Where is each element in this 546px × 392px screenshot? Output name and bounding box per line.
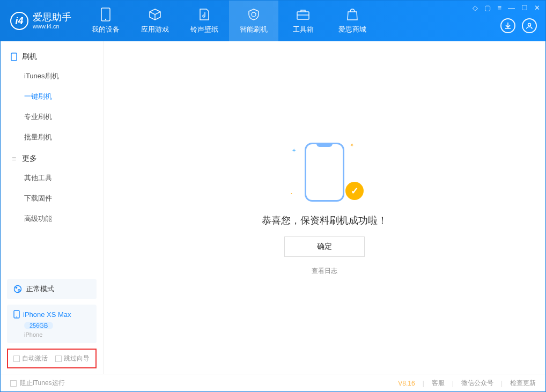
top-tabs: 我的设备 应用游戏 铃声壁纸 智能刷机 工具箱 爱思商城	[81, 1, 377, 41]
svg-point-5	[14, 286, 21, 293]
tab-label: 应用游戏	[141, 25, 169, 34]
svg-point-6	[16, 287, 18, 289]
confirm-button[interactable]: 确定	[284, 236, 365, 257]
sidebar: 刷机 iTunes刷机 一键刷机 专业刷机 批量刷机 ≡ 更多 其他工具 下载固…	[1, 41, 104, 374]
svg-point-1	[105, 19, 106, 20]
minimize-button[interactable]: —	[508, 4, 515, 12]
phone-small-icon	[10, 53, 18, 61]
success-check-badge: ✓	[345, 182, 364, 200]
feedback-icon[interactable]: ▢	[484, 4, 491, 12]
svg-point-9	[16, 316, 17, 317]
download-button[interactable]	[500, 18, 515, 33]
sidebar-item-advanced[interactable]: 高级功能	[1, 209, 103, 229]
mode-icon	[13, 285, 22, 293]
download-icon	[504, 22, 512, 29]
toolbox-icon	[296, 8, 310, 21]
sidebar-item-other-tools[interactable]: 其他工具	[1, 168, 103, 188]
footer-link-wechat[interactable]: 微信公众号	[461, 379, 493, 388]
svg-point-7	[18, 290, 20, 292]
sidebar-item-one-key-flash[interactable]: 一键刷机	[1, 86, 103, 107]
user-icon	[526, 22, 533, 29]
tab-ringtone[interactable]: 铃声壁纸	[180, 1, 229, 41]
maximize-button[interactable]: ☐	[521, 4, 528, 12]
tab-label: 工具箱	[293, 25, 314, 34]
tab-label: 我的设备	[92, 25, 120, 34]
cube-icon	[148, 8, 162, 21]
svg-rect-4	[11, 53, 17, 61]
app-name: 爱思助手	[33, 12, 71, 23]
header-right: ◇ ▢ ≡ — ☐ ✕	[500, 1, 545, 41]
sparkle-icon: ✦	[350, 142, 354, 148]
header: i4 爱思助手 www.i4.cn 我的设备 应用游戏 铃声壁纸 智能刷机 工具…	[1, 1, 545, 41]
view-log-link[interactable]: 查看日志	[312, 267, 337, 276]
success-message: 恭喜您，保资料刷机成功啦！	[262, 214, 387, 227]
sidebar-item-batch-flash[interactable]: 批量刷机	[1, 127, 103, 147]
main-content: ✦ ✦ • ✓ 恭喜您，保资料刷机成功啦！ 确定 查看日志	[104, 41, 545, 374]
tab-my-device[interactable]: 我的设备	[81, 1, 130, 41]
tab-label: 爱思商城	[338, 25, 366, 34]
sparkle-icon: ✦	[292, 147, 296, 153]
logo-icon: i4	[10, 12, 28, 30]
tab-flash[interactable]: 智能刷机	[229, 1, 278, 41]
device-info-card[interactable]: iPhone XS Max 256GB iPhone	[7, 305, 97, 343]
svg-rect-2	[297, 12, 309, 19]
tab-store[interactable]: 爱思商城	[328, 1, 377, 41]
shirt-icon[interactable]: ◇	[473, 4, 478, 12]
mode-label: 正常模式	[26, 284, 54, 294]
sidebar-bottom: 正常模式 iPhone XS Max 256GB iPhone 自动激活 跳过向…	[1, 273, 103, 374]
tab-apps[interactable]: 应用游戏	[130, 1, 180, 41]
sidebar-item-download-firmware[interactable]: 下载固件	[1, 188, 103, 209]
sidebar-section-flash: 刷机	[1, 46, 103, 66]
block-itunes-checkbox[interactable]: 阻止iTunes运行	[10, 379, 65, 388]
tab-label: 智能刷机	[240, 25, 268, 34]
tab-toolbox[interactable]: 工具箱	[278, 1, 328, 41]
tab-label: 铃声壁纸	[190, 25, 218, 34]
menu-icon[interactable]: ≡	[497, 4, 501, 12]
device-type: iPhone	[24, 331, 90, 338]
sidebar-item-pro-flash[interactable]: 专业刷机	[1, 107, 103, 127]
auto-activate-checkbox[interactable]: 自动激活	[13, 354, 48, 363]
device-phone-icon	[13, 310, 20, 319]
device-capacity: 256GB	[24, 322, 53, 329]
footer-link-support[interactable]: 客服	[432, 379, 445, 388]
sidebar-section-more: ≡ 更多	[1, 147, 103, 168]
device-name: iPhone XS Max	[23, 310, 71, 319]
device-mode-card[interactable]: 正常模式	[7, 279, 97, 299]
version-label: V8.16	[398, 380, 415, 387]
phone-outline-icon	[305, 143, 344, 202]
more-icon: ≡	[10, 155, 18, 162]
section-title: 刷机	[22, 52, 37, 62]
options-row: 自动激活 跳过向导	[7, 349, 97, 368]
skip-guide-checkbox[interactable]: 跳过向导	[55, 354, 90, 363]
phone-icon	[99, 8, 113, 21]
refresh-shield-icon	[247, 8, 261, 21]
close-button[interactable]: ✕	[534, 4, 540, 12]
user-button[interactable]	[522, 18, 537, 33]
sidebar-item-itunes-flash[interactable]: iTunes刷机	[1, 66, 103, 86]
app-url: www.i4.cn	[33, 23, 71, 29]
music-file-icon	[197, 8, 211, 21]
body: 刷机 iTunes刷机 一键刷机 专业刷机 批量刷机 ≡ 更多 其他工具 下载固…	[1, 41, 545, 374]
footer-link-update[interactable]: 检查更新	[510, 379, 536, 388]
svg-point-3	[528, 24, 531, 26]
logo[interactable]: i4 爱思助手 www.i4.cn	[1, 12, 81, 30]
success-illustration: ✦ ✦ • ✓	[290, 140, 359, 204]
window-controls: ◇ ▢ ≡ — ☐ ✕	[473, 4, 540, 12]
footer: 阻止iTunes运行 V8.16 | 客服 | 微信公众号 | 检查更新	[1, 374, 545, 392]
section-title: 更多	[22, 154, 37, 164]
shopping-bag-icon	[345, 8, 359, 21]
sparkle-icon: •	[291, 191, 292, 196]
